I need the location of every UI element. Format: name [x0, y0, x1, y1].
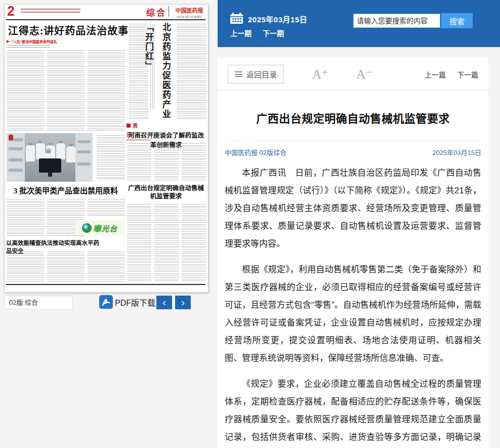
simulated-text-column: [177, 24, 206, 120]
news-photo: [7, 133, 93, 182]
masthead-date: 2025年3月15日 星期六: [175, 15, 204, 19]
masthead-info-text: [21, 9, 80, 14]
bottom-rule: [6, 284, 205, 285]
header-divider: [169, 6, 169, 17]
simulated-text-column: [182, 143, 206, 181]
edition-selector[interactable]: 02版:综合: [4, 296, 73, 309]
camera-lens-icon: [82, 223, 92, 233]
simulated-text-column: [47, 50, 85, 131]
calendar-icon[interactable]: [230, 13, 243, 24]
prev-issue-link[interactable]: 上一期: [230, 29, 252, 37]
red-square-icon: [127, 124, 131, 128]
font-increase-button[interactable]: A⁺: [312, 68, 328, 80]
simulated-text-column: [88, 252, 125, 282]
photo-caption-column: [97, 135, 125, 180]
issue-date: 2025年03月15日: [248, 14, 307, 24]
page-pager: 02版:综合 PDF版下载 ‹ ›: [4, 295, 207, 310]
simulated-text-column: [7, 199, 44, 236]
search-button[interactable]: 搜索: [441, 13, 473, 28]
byline-text: [7, 45, 50, 48]
header-rule: [6, 19, 205, 20]
headline-beijing-vertical: 北京药监力促医药产业「开门红」: [157, 23, 174, 124]
simulated-text-column: [154, 204, 179, 282]
prev-page-button[interactable]: ‹: [156, 296, 172, 309]
article-panel: 返回目录 A⁺ A⁻ 上一篇 下一篇 广西出台规定明确自动售械机监管要求 中国医…: [218, 58, 488, 448]
newspaper-page-preview[interactable]: 2 综合 中国医药报 2025年3月15日 星期六 江得志:讲好药品法治故事 “…: [4, 4, 209, 293]
simulated-text-column: [47, 252, 85, 282]
exposure-label: 曝光台: [93, 223, 117, 233]
pdf-icon: [99, 295, 113, 309]
headline-jiangdezhi: 江得志:讲好药品法治故事: [6, 23, 131, 37]
search-input[interactable]: [353, 14, 440, 28]
next-page-button[interactable]: ›: [175, 296, 191, 309]
simulated-text-column: [154, 143, 179, 181]
simulated-text-column: [7, 252, 44, 282]
article-paragraph: 《规定》要求，企业必须建立覆盖自动售械全过程的质量管理体系，定期检查医疗器械，配…: [225, 375, 481, 448]
back-to-toc-label: 返回目录: [246, 69, 277, 79]
simulated-text-column: [88, 199, 125, 217]
red-siren: [9, 135, 13, 140]
font-decrease-button[interactable]: A⁻: [356, 68, 372, 80]
simulated-text-column: [182, 204, 206, 282]
article-paragraph: 根据《规定》，利用自动售械机零售第二类（免于备案除外）和第三类医疗器械的企业，必…: [225, 261, 481, 367]
article-title: 广西出台规定明确自动售械机监管要求: [233, 109, 473, 126]
article-toolbar: 返回目录 A⁺ A⁻ 上一篇 下一篇: [218, 58, 488, 90]
prev-article-link[interactable]: 上一篇: [425, 71, 446, 79]
article-body: 本报广西讯 日前，广西壮族自治区药监局印发《广西自动售械机监督管理规定（试行）》…: [225, 164, 481, 448]
pdf-download-label: PDF版下载: [115, 296, 155, 308]
simulated-text-column: [127, 143, 151, 181]
article-paragraph: 本报广西讯 日前，广西壮族自治区药监局印发《广西自动售械机监督管理规定（试行）》…: [225, 164, 481, 253]
article-meta: 中国医药报 02版综合 2025年03月15日: [225, 141, 481, 157]
masthead-name: 中国医药报: [172, 6, 206, 14]
top-header-bar: 2025年03月15日 上一期下一期 搜索: [218, 0, 500, 47]
pdf-download-link[interactable]: PDF版下载: [99, 295, 155, 309]
headline-nail-products: 3 批次美甲类产品查出禁用原料: [6, 185, 126, 195]
simulated-text-column: [7, 50, 44, 131]
newspaper-masthead: 中国医药报 2025年3月15日 星期六: [172, 6, 206, 19]
next-article-link[interactable]: 下一篇: [457, 71, 478, 79]
next-issue-link[interactable]: 下一期: [263, 29, 284, 37]
menu-icon: [235, 71, 242, 77]
page: 2025年03月15日 上一期下一期 搜索 2 综合 中国医药报 2025年3月…: [0, 0, 500, 448]
simulated-text-column: [88, 50, 125, 131]
ribbon-badge: “八五”普法中国医药系列巡礼: [7, 39, 57, 44]
exposure-platform-graphic: 曝光台: [75, 220, 124, 235]
computer-monitor: [39, 158, 61, 173]
article-date: 2025年03月15日: [432, 147, 481, 157]
simulated-text-column: [127, 204, 151, 282]
back-to-toc-button[interactable]: 返回目录: [228, 65, 284, 84]
article-source: 中国医药报 02版综合: [225, 147, 286, 157]
section-label: 综合: [146, 6, 166, 18]
headline-guangxi: 广西出台规定明确自动售械机监管要求: [126, 185, 206, 200]
page-number: 2: [7, 4, 15, 19]
